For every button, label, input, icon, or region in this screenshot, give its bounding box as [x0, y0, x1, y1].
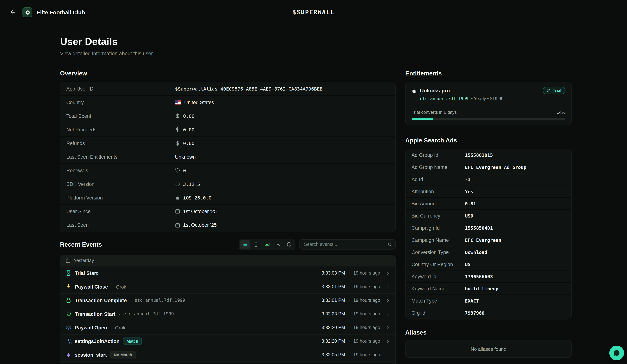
product-id: etc.annual.7df.1999: [420, 96, 469, 101]
trial-progress-fill: [412, 118, 433, 120]
page-subtitle: View detailed information about this use…: [60, 50, 396, 57]
row-value: EFC Evergreen: [465, 237, 501, 243]
chevron-right-icon: [385, 312, 390, 316]
asa-row: Campaign Name EFC Evergreen: [406, 234, 571, 246]
eye-icon: [66, 325, 71, 330]
row-value: 1796566603: [465, 274, 493, 279]
events-search: [299, 239, 396, 250]
row-label: Keyword Id: [412, 274, 465, 279]
row-label: Total Spent: [66, 113, 175, 119]
event-badge: Match: [123, 337, 142, 345]
overview-row: Refunds 0.00: [60, 136, 395, 150]
row-value: United States: [175, 99, 214, 105]
events-view-button[interactable]: [284, 240, 294, 249]
aliases-empty-text: No aliases found: [470, 346, 506, 352]
event-row[interactable]: Transaction Complete · etc.annual.7df.19…: [60, 293, 395, 307]
event-row[interactable]: Session Start · 3:32:05 PM · 19 hours ag…: [60, 362, 395, 364]
event-relative-time: 19 hours ago: [353, 298, 380, 303]
product-detail: • Yearly • $19.99: [471, 96, 504, 101]
dot-separator: ·: [349, 339, 350, 344]
event-row[interactable]: settingsJoinAction · Match 3:32:20 PM · …: [60, 334, 395, 348]
row-label: Platform Version: [66, 195, 175, 200]
events-list: Yesterday Trial Start ·: [60, 255, 396, 364]
event-subtitle-wrap: · Grok: [110, 325, 125, 330]
event-row[interactable]: Paywall Close · Grok 3:33:01 PM · 19 hou…: [60, 280, 395, 293]
football-club-logo-icon: [22, 7, 32, 17]
entitlement-name: Unlocks pro: [420, 88, 540, 93]
event-relative-time: 19 hours ago: [353, 311, 380, 317]
entitlement-product-line: etc.annual.7df.1999 • Yearly • $19.99: [412, 96, 566, 101]
event-relative-time: 19 hours ago: [353, 284, 380, 289]
code-icon: [175, 182, 180, 187]
superwall-logo-super: $SUPER: [293, 9, 318, 16]
events-search-input[interactable]: [299, 239, 396, 250]
chevron-right-icon: [385, 298, 390, 303]
events-view-button[interactable]: [262, 240, 272, 249]
row-label: Conversion Type: [412, 249, 465, 255]
row-label: Keyword Name: [412, 286, 465, 291]
overview-table: App User ID $SuperwallAlias:40EC9876-A85…: [60, 82, 396, 232]
event-subtitle-wrap: · etc.annual.7df.1999: [119, 311, 174, 317]
phone-icon: [254, 242, 259, 247]
row-value-text: 0.00: [183, 127, 195, 132]
row-value: EFC Evergreen Ad Group: [465, 164, 526, 170]
apple-icon: [412, 88, 417, 93]
row-label: Campaign Id: [412, 225, 465, 230]
row-label: Bid Currency: [412, 213, 465, 219]
clock-icon: [547, 89, 551, 92]
row-value-text: iOS 26.0.0: [183, 195, 211, 200]
event-time: 3:33:03 PM: [322, 271, 345, 276]
row-label: Country: [66, 99, 175, 105]
aliases-heading: Aliases: [405, 328, 572, 336]
event-row[interactable]: session_start · No Match 3:32:05 PM · 19…: [60, 348, 395, 362]
row-value: EXACT: [465, 298, 479, 303]
event-row[interactable]: Trial Start · 3:33:03 PM · 19 hours ago: [60, 266, 395, 280]
row-label: Renewals: [66, 168, 175, 173]
events-group-header: Yesterday: [60, 255, 395, 266]
cart-icon: [66, 311, 71, 317]
aliases-empty-card: No aliases found: [405, 340, 572, 358]
row-value: 1st October '25: [175, 222, 217, 228]
search-icon: [388, 242, 392, 247]
row-value: 1st October '25: [175, 209, 217, 214]
event-subtitle-wrap: · etc.annual.7df.1999: [130, 298, 185, 303]
back-button[interactable]: [8, 8, 17, 17]
list-icon: [242, 242, 248, 247]
row-value-text: 0: [183, 168, 186, 173]
event-relative-time: 19 hours ago: [353, 325, 380, 330]
asa-row: Conversion Type Download: [406, 246, 571, 258]
overview-row: User Since 1st October '25: [60, 205, 395, 218]
dot-separator: ·: [119, 311, 120, 317]
chevron-right-icon: [385, 284, 390, 289]
row-value-text: Unknown: [175, 154, 196, 160]
users-icon: [66, 338, 71, 344]
chat-button[interactable]: [609, 346, 624, 360]
app-identity[interactable]: Elite Football Club: [22, 7, 85, 17]
recent-events-heading: Recent Events: [60, 240, 102, 248]
events-view-switcher: [239, 239, 295, 250]
events-toolbar: [239, 239, 396, 250]
recent-events-header: Recent Events: [60, 239, 396, 250]
dollar-sign-icon: [275, 242, 281, 247]
asa-row: Ad Id -1: [406, 173, 571, 185]
calendar-icon: [66, 258, 71, 263]
dot-separator: ·: [349, 311, 350, 317]
overview-row: SDK Version 3.12.5: [60, 177, 395, 191]
asa-row: Keyword Id 1796566603: [406, 271, 571, 283]
event-subtitle: etc.annual.7df.1999: [123, 311, 174, 317]
row-value: 0.00: [175, 113, 195, 119]
event-time: 3:33:01 PM: [322, 298, 345, 303]
row-value: 0.00: [175, 127, 195, 132]
topbar: Elite Football Club $SUPERWALL: [0, 0, 627, 25]
event-row[interactable]: Transaction Start · etc.annual.7df.1999 …: [60, 307, 395, 320]
events-view-button[interactable]: [251, 240, 261, 249]
row-label: Match Type: [412, 298, 465, 303]
overview-row: Platform Version iOS 26.0.0: [60, 191, 395, 205]
asa-row: Bid Amount 0.81: [406, 198, 571, 210]
event-title: settingsJoinAction: [75, 338, 119, 344]
events-view-button[interactable]: [240, 240, 250, 249]
entitlement-card: Unlocks pro Trial etc.annual.7df.1999 • …: [405, 82, 572, 125]
row-value: 1555850401: [465, 225, 493, 230]
events-view-button[interactable]: [273, 240, 283, 249]
event-row[interactable]: Paywall Open · Grok 3:32:20 PM · 19 hour…: [60, 320, 395, 334]
